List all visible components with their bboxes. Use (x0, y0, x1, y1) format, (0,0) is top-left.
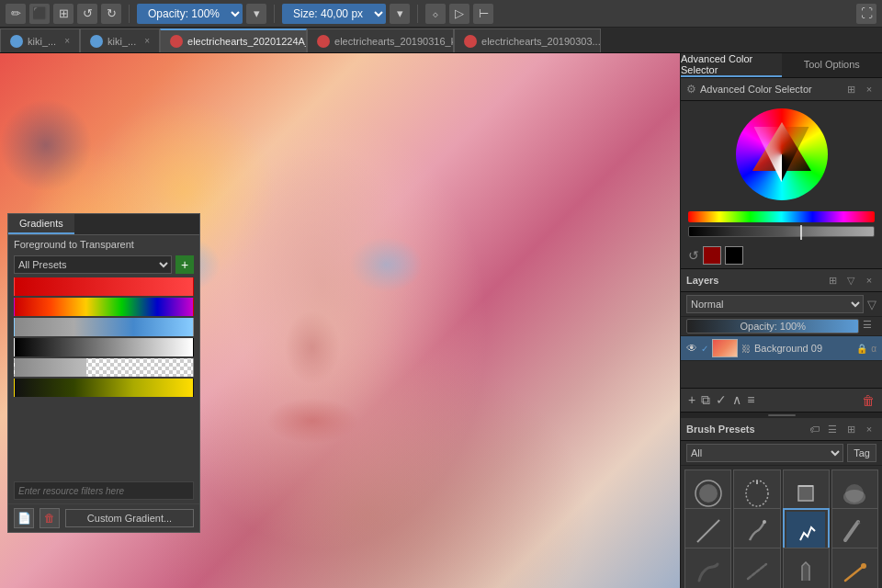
layers-close-icon[interactable]: × (862, 273, 876, 288)
layer-chain-icon: ⛓ (741, 344, 751, 354)
tab-kiki1[interactable]: kiki_... × (0, 28, 80, 52)
layer-visibility-icon[interactable]: 👁 (686, 342, 697, 355)
gradient-item-6[interactable] (14, 379, 194, 397)
tab-electric1[interactable]: electrichearts_20201224A_kiki_... × (160, 28, 307, 52)
svg-point-16 (861, 563, 866, 569)
color-selector-panel: ⚙ Advanced Color Selector ⊞ × (681, 78, 882, 269)
blend-mode-select[interactable]: Normal (686, 295, 864, 313)
layer-check-icon: ✓ (701, 344, 708, 354)
svg-line-12 (845, 522, 858, 540)
gradient-filter-input[interactable] (14, 481, 194, 500)
layers-panel: Layers ⊞ ▽ × Normal ▽ Opacity: 100% ☰ (681, 269, 882, 413)
custom-gradient-button[interactable]: Custom Gradient... (65, 509, 194, 527)
layers-list: 👁 ✓ ⛓ Background 09 🔒 α (681, 336, 882, 388)
gradient-item-1[interactable] (14, 277, 194, 296)
layer-lock-icon[interactable]: 🔒 (856, 344, 867, 354)
toolbar-separator-1 (129, 5, 130, 23)
brush-tag-button[interactable]: Tag (847, 444, 876, 462)
canvas-area[interactable]: Gradients Foreground to Transparent All … (0, 53, 680, 588)
tab-electric1-label: electrichearts_20201224A_kiki_... (187, 36, 307, 47)
brush-menu-icon[interactable]: ☰ (825, 422, 840, 436)
brush-expand-icon[interactable]: ⊞ (843, 422, 858, 436)
list-item[interactable] (733, 548, 780, 588)
brush-close-icon[interactable]: × (862, 422, 876, 436)
opacity-expand-icon[interactable]: ▾ (246, 4, 266, 24)
list-item[interactable] (684, 548, 731, 588)
gradients-tab[interactable]: Gradients (8, 214, 74, 234)
brush-presets-header: Brush Presets 🏷 ☰ ⊞ × (681, 418, 882, 441)
fullscreen-icon[interactable]: ⛶ (856, 4, 876, 24)
layer-opacity-menu-icon[interactable]: ☰ (863, 319, 876, 334)
tab-kiki2-close[interactable]: × (144, 36, 150, 46)
color-refresh-icon[interactable]: ↺ (688, 248, 699, 263)
tool-brush-icon[interactable]: ✏ (6, 4, 26, 24)
svg-line-10 (697, 520, 719, 542)
tab-tool-options[interactable]: Tool Options (782, 53, 883, 77)
layer-name[interactable]: Background 09 (754, 343, 853, 354)
hue-slider-row (688, 211, 875, 222)
layers-header: Layers ⊞ ▽ × (681, 269, 882, 292)
color-selector-expand-icon[interactable]: ⊞ (843, 82, 858, 96)
layer-settings-button[interactable]: ≡ (747, 392, 754, 408)
gradient-item-5[interactable] (14, 358, 194, 377)
hue-slider[interactable] (688, 211, 875, 222)
size-dropdown[interactable]: Size: 40,00 px (282, 4, 386, 24)
crop-icon[interactable]: ⊢ (473, 4, 493, 24)
gradient-item-3[interactable] (14, 318, 194, 336)
tool-fill-icon[interactable]: ⬛ (29, 4, 50, 24)
gradient-preset-select[interactable]: All Presets (14, 255, 172, 274)
gradient-delete-icon[interactable]: 🗑 (40, 508, 60, 528)
gradient-list[interactable] (8, 276, 199, 478)
gradient-item-2[interactable] (14, 298, 194, 316)
layers-expand-icon[interactable]: ⊞ (825, 273, 840, 288)
gradient-item-4[interactable] (14, 338, 194, 356)
layer-up-button[interactable]: ∧ (732, 392, 741, 408)
tool-refresh-icon[interactable]: ↺ (77, 4, 97, 24)
gradient-add-button[interactable]: + (175, 255, 194, 274)
tool-refresh2-icon[interactable]: ↻ (101, 4, 121, 24)
layer-delete-button[interactable]: 🗑 (862, 393, 875, 408)
layers-filter-icon[interactable]: ▽ (843, 273, 858, 288)
list-item[interactable] (831, 548, 878, 588)
right-panel: Advanced Color Selector Tool Options ⚙ A… (680, 53, 882, 588)
mirror-v-icon[interactable]: ⬦ (425, 4, 446, 24)
svg-rect-5 (798, 486, 813, 501)
opacity-dropdown[interactable]: Opacity: 100% (137, 4, 243, 24)
tab-electric3-icon (464, 35, 477, 48)
svg-point-2 (699, 484, 718, 503)
play-icon[interactable]: ▷ (449, 4, 469, 24)
size-expand-icon[interactable]: ▾ (390, 4, 410, 24)
table-row[interactable]: 👁 ✓ ⛓ Background 09 🔒 α (681, 336, 882, 361)
brush-presets-panel: Brush Presets 🏷 ☰ ⊞ × All Tag (681, 418, 882, 588)
tab-kiki2[interactable]: kiki_... × (80, 28, 160, 52)
layer-duplicate-button[interactable]: ⧉ (701, 392, 710, 408)
gradient-file-icon[interactable]: 📄 (14, 508, 34, 528)
color-sliders (681, 208, 882, 244)
tab-electric2[interactable]: electrichearts_20190316_k... × (307, 28, 454, 52)
tab-electric1-icon (170, 35, 183, 48)
svg-marker-0 (752, 122, 811, 171)
svg-line-15 (845, 566, 864, 581)
tab-advanced-color[interactable]: Advanced Color Selector (681, 53, 782, 77)
brush-filter-select[interactable]: All (686, 444, 843, 462)
layer-opacity-track[interactable]: Opacity: 100% (686, 319, 859, 334)
color-selector-settings-icon[interactable]: ⚙ (686, 83, 696, 96)
tab-electric3[interactable]: electrichearts_20190303... × (454, 28, 601, 52)
color-wheel-container (681, 101, 882, 208)
blend-mode-row: Normal ▽ (681, 292, 882, 317)
color-selector-close-icon[interactable]: × (862, 82, 876, 96)
color-wheel[interactable] (736, 108, 828, 200)
foreground-color-swatch[interactable] (703, 246, 721, 265)
brush-tag-icon[interactable]: 🏷 (807, 422, 821, 436)
layer-check-button[interactable]: ✓ (716, 392, 727, 408)
dark-slider-row (688, 226, 875, 237)
background-color-swatch[interactable] (725, 246, 743, 265)
tool-grid-icon[interactable]: ⊞ (53, 4, 74, 24)
blend-funnel-icon[interactable]: ▽ (867, 298, 876, 311)
list-item[interactable] (783, 548, 830, 588)
tab-kiki1-close[interactable]: × (64, 36, 70, 46)
layer-add-button[interactable]: + (688, 392, 695, 408)
color-selector-title: Advanced Color Selector (700, 84, 812, 95)
color-selector-header: ⚙ Advanced Color Selector ⊞ × (681, 78, 882, 101)
tab-kiki1-label: kiki_... (28, 36, 56, 47)
